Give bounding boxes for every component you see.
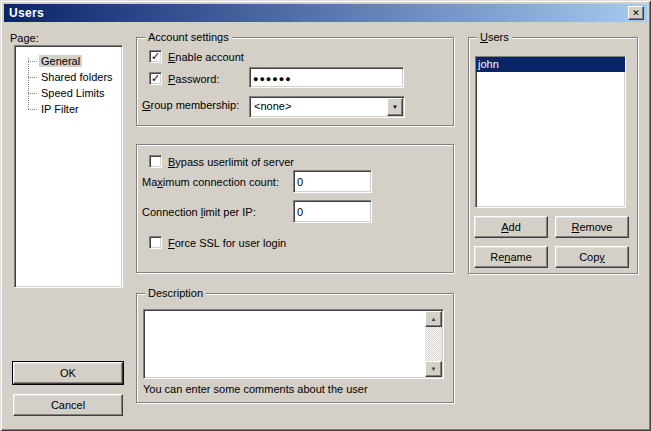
enable-account-checkbox[interactable]: ✓	[149, 50, 162, 63]
tree-connector	[28, 109, 37, 110]
tree-item-ip-filter[interactable]: IP Filter	[28, 101, 81, 117]
account-settings-group: Account settings ✓ Enable account ✓ Pass…	[136, 37, 454, 126]
description-group: Description ▲ ▼ You can enter some comme…	[136, 293, 454, 403]
tree-connector	[28, 61, 37, 62]
check-icon: ✓	[151, 73, 160, 84]
group-membership-value: <none>	[254, 100, 291, 112]
check-icon: ✓	[151, 51, 160, 62]
users-dialog: Users ✕ Page: General Shared folders Spe…	[0, 0, 651, 431]
tree-item-label[interactable]: Speed Limits	[39, 87, 107, 99]
chevron-down-icon[interactable]: ▼	[387, 98, 403, 116]
close-icon: ✕	[632, 9, 640, 18]
max-connection-count-label: Maximum connection count:	[142, 176, 279, 188]
group-membership-select[interactable]: <none> ▼	[249, 96, 405, 118]
max-connection-count-input[interactable]	[293, 170, 372, 193]
page-tree[interactable]: General Shared folders Speed Limits IP F…	[14, 45, 123, 288]
connection-limit-per-ip-label: Connection limit per IP:	[142, 206, 256, 218]
window-title: Users	[4, 6, 44, 20]
cancel-button[interactable]: Cancel	[13, 394, 123, 416]
bypass-userlimit-row[interactable]: Bypass userlimit of server	[149, 155, 294, 168]
force-ssl-checkbox[interactable]	[149, 236, 162, 249]
users-group: Users john Add Remove Rename Copy	[468, 37, 638, 274]
bypass-userlimit-label[interactable]: Bypass userlimit of server	[168, 156, 294, 168]
connection-limit-per-ip-input[interactable]	[293, 200, 372, 223]
bypass-userlimit-checkbox[interactable]	[149, 155, 162, 168]
scroll-down-button[interactable]: ▼	[425, 361, 442, 377]
tree-connector	[28, 77, 37, 78]
description-title: Description	[145, 287, 206, 299]
force-ssl-label[interactable]: Force SSL for user login	[168, 237, 286, 249]
titlebar[interactable]: Users ✕	[4, 4, 647, 22]
password-row[interactable]: ✓ Password:	[149, 72, 219, 85]
tree-connector	[28, 93, 37, 94]
password-checkbox[interactable]: ✓	[149, 72, 162, 85]
enable-account-row[interactable]: ✓ Enable account	[149, 50, 244, 63]
tree-item-shared-folders[interactable]: Shared folders	[28, 69, 115, 85]
users-title: Users	[477, 31, 512, 43]
ok-button[interactable]: OK	[13, 362, 123, 384]
rename-button[interactable]: Rename	[474, 246, 548, 268]
copy-button[interactable]: Copy	[555, 246, 629, 268]
password-label[interactable]: Password:	[168, 73, 219, 85]
tree-item-speed-limits[interactable]: Speed Limits	[28, 85, 107, 101]
group-membership-label: Group membership:	[142, 99, 239, 111]
enable-account-label[interactable]: Enable account	[168, 51, 244, 63]
tree-item-label[interactable]: IP Filter	[39, 103, 81, 115]
tree-item-label[interactable]: Shared folders	[39, 71, 115, 83]
password-input[interactable]	[249, 67, 404, 88]
description-textarea[interactable]: ▲ ▼	[143, 309, 444, 379]
arrow-up-icon: ▲	[431, 316, 437, 322]
connection-settings-group: Bypass userlimit of server Maximum conne…	[136, 144, 454, 273]
close-button[interactable]: ✕	[628, 6, 644, 20]
force-ssl-row[interactable]: Force SSL for user login	[149, 236, 286, 249]
arrow-down-icon: ▼	[431, 366, 437, 372]
tree-item-general[interactable]: General	[28, 53, 82, 69]
description-scrollbar[interactable]: ▲ ▼	[425, 311, 442, 377]
add-button[interactable]: Add	[474, 216, 548, 238]
description-hint: You can enter some comments about the us…	[143, 383, 368, 395]
scroll-up-button[interactable]: ▲	[425, 311, 442, 327]
account-settings-title: Account settings	[145, 31, 232, 43]
remove-button[interactable]: Remove	[555, 216, 629, 238]
user-list-item[interactable]: john	[476, 57, 625, 72]
tree-item-label[interactable]: General	[39, 55, 82, 67]
users-listbox[interactable]: john	[475, 56, 626, 208]
page-label: Page:	[10, 32, 39, 44]
